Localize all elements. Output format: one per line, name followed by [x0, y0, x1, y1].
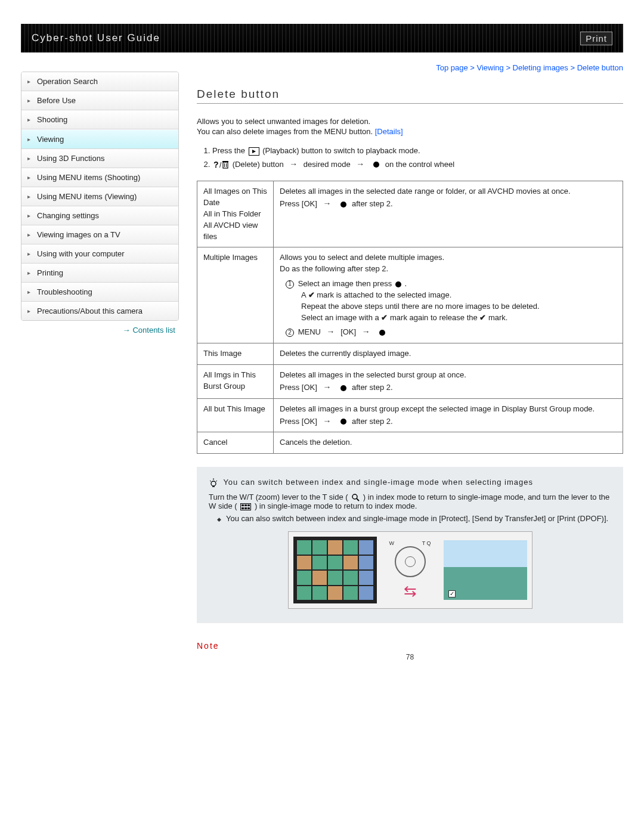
- nav-tv-viewing[interactable]: ▸Viewing images on a TV: [21, 225, 178, 244]
- desc-span: .: [404, 279, 407, 288]
- option-desc: Cancels the deletion.: [274, 432, 623, 454]
- breadcrumb: Top page > Viewing > Deleting images > D…: [197, 63, 623, 72]
- nav-menu-shooting[interactable]: ▸Using MENU items (Shooting): [21, 168, 178, 187]
- sub-step-1: 1 Select an image then press .: [286, 278, 617, 290]
- nav-computer[interactable]: ▸Using with your computer: [21, 244, 178, 264]
- chevron-right-icon: ▸: [27, 231, 35, 238]
- step-text: (Playback) button to switch to playback …: [262, 146, 420, 155]
- breadcrumb-item[interactable]: Top page: [436, 63, 468, 72]
- chevron-right-icon: ▸: [27, 116, 35, 123]
- dial-icon: [395, 546, 426, 577]
- page-number: 78: [197, 653, 623, 661]
- option-name: Cancel: [197, 432, 274, 454]
- nav-viewing[interactable]: ▸Viewing: [21, 129, 178, 149]
- nav-label: Viewing images on a TV: [37, 230, 120, 239]
- circled-1-icon: 1: [286, 280, 294, 289]
- nav-operation-search[interactable]: ▸Operation Search: [21, 72, 178, 91]
- sub-step-2: 2 MENU [OK]: [286, 326, 617, 338]
- desc-span: MENU: [298, 327, 323, 336]
- circled-2-icon: 2: [286, 329, 294, 337]
- intro-text-span: You can also delete images from the MENU…: [197, 127, 375, 136]
- svg-rect-16: [242, 504, 244, 506]
- desc-text: Allows you to select and delete multiple…: [280, 252, 617, 264]
- nav-printing[interactable]: ▸Printing: [21, 264, 178, 283]
- sub-step-detail: Select an image with a ✔ mark again to r…: [286, 312, 617, 324]
- chevron-right-icon: ▸: [27, 78, 35, 85]
- tip-heading-text: You can switch between index and single-…: [223, 478, 533, 487]
- chevron-right-icon: ▸: [27, 174, 35, 181]
- nav-label: Changing settings: [37, 211, 99, 220]
- sub-steps: 1 Select an image then press . A ✔ mark …: [280, 278, 617, 338]
- option-desc: Deletes all images in the selected date …: [274, 181, 623, 247]
- desc-span: after step 2.: [352, 417, 393, 426]
- svg-point-13: [352, 494, 357, 499]
- checkmark-icon: ✔: [381, 312, 388, 324]
- nav-troubleshooting[interactable]: ▸Troubleshooting: [21, 283, 178, 302]
- svg-marker-1: [252, 150, 256, 153]
- nav-before-use[interactable]: ▸Before Use: [21, 91, 178, 110]
- help-delete-icon: ?/: [213, 160, 229, 169]
- step-2: ?/ (Delete) button desired mode on the c…: [212, 157, 623, 172]
- svg-rect-5: [222, 161, 228, 162]
- svg-rect-21: [247, 507, 250, 509]
- arrow-right-icon: [289, 159, 298, 169]
- breadcrumb-item[interactable]: Delete button: [577, 63, 623, 72]
- option-name: All Images on This Date All in This Fold…: [197, 181, 274, 247]
- table-row: Cancel Cancels the deletion.: [197, 432, 623, 454]
- illustration-wrap: WT Q ⇆ ✓: [209, 531, 611, 609]
- intro-line-1: Allows you to select unwanted images for…: [197, 117, 623, 126]
- arrow-right-icon: [323, 381, 331, 394]
- desc-text: Press [OK] after step 2.: [280, 415, 617, 428]
- note-heading: Note: [197, 641, 623, 651]
- nav-changing-settings[interactable]: ▸Changing settings: [21, 206, 178, 225]
- checkbox-icon: ✓: [448, 590, 456, 597]
- chevron-right-icon: ▸: [27, 212, 35, 219]
- desc-span: Press [OK]: [280, 417, 319, 426]
- details-link[interactable]: [Details]: [375, 127, 403, 136]
- tip-span: Turn the W/T (zoom) lever to the T side …: [209, 493, 348, 501]
- nav-label: Printing: [37, 268, 63, 277]
- nav-3d-functions[interactable]: ▸Using 3D Functions: [21, 149, 178, 168]
- table-row: Multiple Images Allows you to select and…: [197, 247, 623, 343]
- center-button-icon: [340, 419, 346, 425]
- options-table: All Images on This Date All in This Fold…: [197, 181, 623, 454]
- breadcrumb-item[interactable]: Viewing: [476, 63, 503, 72]
- nav-precautions[interactable]: ▸Precautions/About this camera: [21, 302, 178, 320]
- double-arrow-icon: ⇆: [377, 582, 443, 600]
- contents-list-link[interactable]: →Contents list: [21, 321, 179, 335]
- zoom-illustration: WT Q ⇆ ✓: [288, 531, 532, 609]
- chevron-right-icon: ▸: [27, 250, 35, 257]
- center-button-icon: [395, 281, 401, 287]
- center-button-icon: [373, 162, 379, 168]
- index-thumbnails-icon: [293, 537, 377, 603]
- arrow-right-icon: [323, 197, 331, 210]
- desc-span: mark is attached to the selected image.: [317, 290, 451, 299]
- checkmark-icon: ✔: [308, 290, 315, 301]
- option-desc: Allows you to select and delete multiple…: [274, 247, 623, 343]
- nav-label: Using 3D Functions: [37, 154, 104, 163]
- option-desc: Deletes all images in the selected burst…: [274, 365, 623, 399]
- print-button[interactable]: Print: [580, 32, 612, 45]
- svg-text:/: /: [219, 161, 222, 169]
- contents-list-label: Contents list: [132, 326, 175, 335]
- nav-menu-viewing[interactable]: ▸Using MENU items (Viewing): [21, 187, 178, 206]
- center-button-icon: [379, 330, 385, 336]
- svg-point-8: [211, 481, 216, 486]
- tip-body: Turn the W/T (zoom) lever to the T side …: [209, 493, 611, 511]
- divider: [197, 103, 623, 104]
- nav-shooting[interactable]: ▸Shooting: [21, 110, 178, 129]
- tip-span: ) in single-image mode to return to inde…: [255, 501, 417, 510]
- breadcrumb-item[interactable]: Deleting images: [513, 63, 568, 72]
- table-row: All Images on This Date All in This Fold…: [197, 181, 623, 247]
- desc-span: [OK]: [340, 327, 358, 336]
- nav-label: Troubleshooting: [37, 287, 92, 296]
- intro-line-2: You can also delete images from the MENU…: [197, 127, 623, 136]
- sidebar: ▸Operation Search ▸Before Use ▸Shooting …: [21, 60, 179, 661]
- chevron-right-icon: ▸: [27, 97, 35, 104]
- step-1: Press the (Playback) button to switch to…: [212, 144, 623, 157]
- svg-line-11: [216, 481, 217, 482]
- desc-text: Press [OK] after step 2.: [280, 381, 617, 394]
- desc-text: Do as the following after step 2.: [280, 264, 617, 275]
- nav-label: Using with your computer: [37, 249, 125, 258]
- arrow-right-icon: [356, 159, 364, 169]
